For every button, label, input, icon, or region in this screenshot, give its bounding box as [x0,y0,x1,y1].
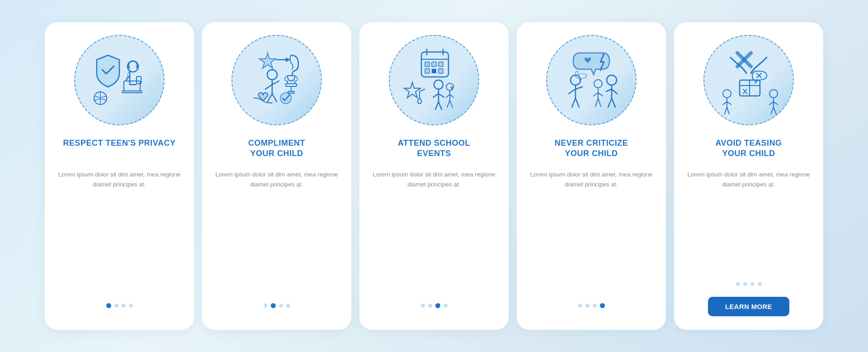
svg-marker-30 [404,82,420,98]
card-3-dots [421,303,448,308]
dot [122,304,126,308]
svg-line-34 [435,102,439,109]
card-2: COMPLIMENTYOUR CHILD Lorem ipsum dolor s… [202,22,351,330]
card-5-dots [736,282,762,286]
card-2-dots [264,303,290,308]
svg-point-12 [267,70,277,80]
card-4-title: NEVER CRITICIZEYOUR CHILD [555,138,628,162]
card-3-body: Lorem ipsum dolor sit dim amet, mea regi… [370,170,498,292]
dot [736,282,740,286]
card-2-title: COMPLIMENTYOUR CHILD [248,138,305,162]
card-1-title: RESPECT TEEN'S PRIVACY [63,138,176,162]
svg-point-19 [280,93,291,104]
svg-rect-27 [425,69,429,73]
dot [593,304,597,308]
dot [743,282,747,286]
svg-point-44 [594,80,602,88]
dot [443,304,448,308]
svg-rect-16 [286,84,297,86]
svg-line-43 [576,98,579,107]
svg-line-51 [612,98,615,107]
dot [758,282,762,286]
card-1-body: Lorem ipsum dolor sit dim amet, mea regi… [56,170,183,292]
svg-line-61 [725,107,727,114]
card-2-illustration [231,35,322,125]
dot [129,304,133,308]
svg-rect-28 [432,69,436,73]
svg-line-46 [595,98,598,106]
card-5-body: Lorem ipsum dolor sit dim amet, mea regi… [685,170,812,271]
svg-marker-9 [259,53,276,68]
svg-line-62 [727,107,729,114]
dot-active [271,303,276,308]
svg-rect-18 [288,91,294,93]
svg-point-32 [434,80,443,89]
svg-rect-29 [439,69,443,73]
svg-rect-3 [124,81,140,91]
card-2-body: Lorem ipsum dolor sit dim amet, mea regi… [213,170,340,292]
svg-line-65 [771,107,774,114]
dot [421,304,425,308]
card-4-body: Lorem ipsum dolor sit dim amet, mea regi… [528,170,655,292]
dot-active [600,303,605,308]
dot-active [435,303,440,308]
card-4: NEVER CRITICIZEYOUR CHILD Lorem ipsum do… [517,22,666,330]
dot [279,304,283,308]
svg-rect-26 [439,62,443,67]
svg-rect-2 [136,66,138,69]
dot [286,304,290,308]
svg-line-42 [572,98,576,107]
svg-line-31 [420,89,425,91]
dot [428,304,432,308]
dot [585,304,590,308]
svg-line-39 [450,100,453,107]
dot [114,304,118,308]
svg-rect-25 [432,62,436,67]
cards-container: RESPECT TEEN'S PRIVACY Lorem ipsum dolor… [27,9,841,343]
card-3-title: ATTEND SCHOOLEVENTS [398,138,470,162]
svg-line-66 [774,107,776,114]
card-1-dots [106,303,133,308]
svg-line-38 [447,100,450,107]
svg-point-63 [769,90,778,98]
card-5-title: AVOID TEASINGYOUR CHILD [715,138,782,162]
card-3-illustration [389,35,479,125]
svg-line-50 [608,98,612,107]
svg-rect-24 [425,62,429,67]
svg-point-59 [723,90,731,98]
card-1: RESPECT TEEN'S PRIVACY Lorem ipsum dolor… [45,22,194,330]
dot [750,282,755,286]
card-1-illustration [74,35,165,125]
card-5-illustration [703,35,794,125]
svg-line-47 [598,98,601,106]
learn-more-button[interactable]: LEARN MORE [708,297,789,316]
card-4-dots [578,303,605,308]
dot [578,304,582,308]
card-5: AVOID TEASINGYOUR CHILD Lorem ipsum dolo… [674,22,823,330]
svg-rect-4 [122,91,142,93]
dot-active [106,303,111,308]
svg-line-35 [439,102,442,109]
dot [264,304,268,308]
svg-line-14 [268,94,272,102]
card-4-illustration [546,35,637,125]
svg-line-15 [272,94,277,102]
svg-point-48 [607,75,617,85]
card-3: ATTEND SCHOOLEVENTS Lorem ipsum dolor si… [359,22,509,330]
